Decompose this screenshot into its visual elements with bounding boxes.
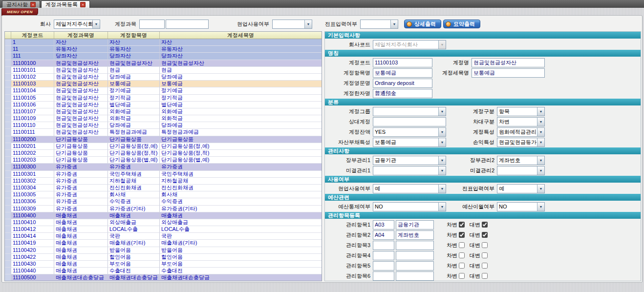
cell-account-name[interactable]: 단기금융상품 [54, 157, 108, 164]
cell-account-code[interactable]: 11100305 [11, 191, 54, 198]
row-gutter[interactable] [5, 60, 11, 67]
chevron-down-icon[interactable]: ▼ [537, 167, 544, 175]
cell-item-name[interactable]: 외화예금 [108, 108, 160, 115]
cell-item-name[interactable]: 당좌자산 [108, 53, 160, 60]
credit-checkbox[interactable] [482, 242, 488, 248]
english-name-input[interactable] [373, 79, 432, 88]
cell-account-code[interactable]: 11100440 [11, 268, 54, 274]
cell-account-code[interactable]: 11100300 [11, 164, 54, 170]
table-row[interactable]: 11100200 단기금융상품 단기금융상품 단기금융상품 [5, 136, 322, 143]
cell-detail-name[interactable]: 받을어음 [160, 247, 322, 254]
cell-item-name[interactable]: 받을어음 [108, 247, 160, 254]
cell-detail-name[interactable]: 현금 [160, 67, 322, 74]
cell-detail-name[interactable]: 할인어음 [160, 254, 322, 261]
table-row[interactable]: 11100104 현금및현금성자산 정기예금 정기예금 [5, 87, 322, 94]
table-row[interactable]: 11 유동자산 유동자산 유동자산 [5, 46, 322, 53]
cell-account-code[interactable]: 11100203 [11, 157, 54, 164]
cell-account-name[interactable]: 현금및현금성자산 [54, 67, 108, 74]
chevron-down-icon[interactable]: ▼ [438, 107, 446, 116]
cell-account-code[interactable]: 11100410 [11, 219, 54, 226]
cell-item-name[interactable]: 지하철공채 [108, 178, 160, 185]
cell-account-name[interactable]: 유가증권 [54, 164, 108, 170]
chevron-down-icon[interactable]: ▼ [438, 203, 446, 211]
row-gutter[interactable] [5, 261, 11, 268]
cell-account-code[interactable]: 11100202 [11, 150, 54, 157]
account-name-input[interactable] [472, 58, 545, 67]
cell-item-name[interactable]: 수익증권 [108, 198, 160, 205]
row-gutter[interactable] [5, 268, 11, 274]
cell-account-name[interactable]: 자산 [54, 39, 108, 46]
cell-detail-name[interactable]: LOCAL수출 [160, 226, 322, 233]
table-row[interactable]: 11100302 유가증권 지하철공채 지하철공채 [5, 178, 322, 185]
cell-detail-name[interactable]: 외상매출금 [160, 219, 322, 226]
cell-account-code[interactable]: 11100304 [11, 185, 54, 191]
row-gutter[interactable] [5, 122, 11, 129]
cell-detail-name[interactable]: 단기금융상품(정,적) [160, 150, 322, 157]
cell-account-code[interactable]: 11100422 [11, 254, 54, 261]
cell-item-name[interactable]: 유동자산 [108, 46, 160, 53]
cell-account-code[interactable]: 11100201 [11, 143, 54, 150]
table-row[interactable]: 11100410 매출채권 외상매출금 외상매출금 [5, 219, 322, 226]
cell-item-name[interactable]: LOCAL수출 [108, 226, 160, 233]
cell-item-name[interactable]: 정기예금 [108, 87, 160, 94]
cell-detail-name[interactable]: 지하철공채 [160, 178, 322, 185]
cell-account-code[interactable]: 11100101 [11, 67, 54, 74]
row-gutter[interactable] [5, 171, 11, 178]
table-row[interactable]: 11100306 유가증권 수익증권 수익증권 [5, 198, 322, 205]
cell-account-name[interactable]: 유동자산 [54, 46, 108, 53]
cell-item-name[interactable]: 유가증권(기타) [108, 206, 160, 212]
chevron-down-icon[interactable]: ▼ [438, 185, 446, 193]
cell-account-name[interactable]: 유가증권 [54, 178, 108, 185]
row-gutter[interactable] [5, 67, 11, 74]
cell-item-name[interactable]: 매출채권(기타) [108, 240, 160, 247]
detail-print-button[interactable]: 상세출력 [404, 20, 441, 28]
table-row[interactable]: 11100102 현금및현금성자산 당좌예금 당좌예금 [5, 74, 322, 81]
account-group-select[interactable]: ▼ [373, 107, 446, 116]
row-gutter[interactable] [5, 115, 11, 122]
row-gutter[interactable] [5, 274, 11, 281]
cell-detail-name[interactable]: 정기적금 [160, 95, 322, 102]
cell-detail-name[interactable]: 단기금융상품 [160, 136, 322, 143]
close-icon[interactable]: × [80, 2, 86, 7]
account-code-input[interactable] [373, 58, 432, 67]
table-row[interactable]: 111 당좌자산 당좌자산 당좌자산 [5, 53, 322, 60]
cell-detail-name[interactable]: 유가증권(기타) [160, 206, 322, 212]
cell-item-name[interactable]: 할인어음 [108, 254, 160, 261]
row-gutter[interactable] [5, 39, 11, 46]
cell-account-code[interactable]: 11100430 [11, 261, 54, 268]
cell-account-name[interactable]: 단기금융상품 [54, 150, 108, 157]
cell-account-name[interactable]: 매출채권 [54, 233, 108, 240]
credit-checkbox[interactable] [482, 273, 488, 279]
cell-detail-name[interactable]: 국민주택채권 [160, 171, 322, 178]
cell-account-code[interactable]: 11100500 [11, 274, 54, 281]
cell-account-code[interactable]: 11100107 [11, 108, 54, 115]
debit-checkbox[interactable] [459, 252, 465, 258]
table-row[interactable]: 11100201 단기금융상품 단기금융상품(정,예) 단기금융상품(정,예) [5, 143, 322, 150]
cell-item-name[interactable]: 수출대전 [108, 268, 160, 274]
row-gutter[interactable] [5, 150, 11, 157]
chevron-down-icon[interactable]: ▼ [438, 156, 446, 165]
cell-item-name[interactable]: 별단예금 [108, 102, 160, 108]
account-name-filter-input[interactable] [166, 20, 209, 29]
cell-account-name[interactable]: 단기금융상품 [54, 143, 108, 150]
cell-detail-name[interactable]: 국판 [160, 233, 322, 240]
cell-account-code[interactable]: 11100302 [11, 178, 54, 185]
table-row[interactable]: 11100304 유가증권 전신전화채권 전신전화채권 [5, 185, 322, 191]
cell-detail-name[interactable]: 전신전화채권 [160, 185, 322, 191]
cell-detail-name[interactable]: 유동자산 [160, 46, 322, 53]
mgmt-item-name-input[interactable] [396, 230, 434, 240]
chevron-down-icon[interactable]: ▼ [537, 118, 544, 126]
cell-account-name[interactable]: 매출채권대손충당금 [54, 274, 108, 281]
row-gutter[interactable] [5, 226, 11, 233]
cell-detail-name[interactable]: 당좌예금 [160, 122, 322, 129]
cell-item-name[interactable]: 매출채권대손충당금 [108, 274, 160, 281]
cell-item-name[interactable]: 정기적금 [108, 95, 160, 102]
debit-checkbox[interactable] [459, 242, 465, 248]
open-manage1-select[interactable]: ▼ [373, 166, 446, 175]
row-gutter[interactable] [5, 198, 11, 205]
cell-item-name[interactable]: 보통예금 [108, 81, 160, 87]
chevron-down-icon[interactable]: ▼ [537, 156, 544, 165]
tab-account-registration[interactable]: 계정과목등록 × [41, 0, 90, 8]
row-gutter[interactable] [5, 233, 11, 240]
cell-item-name[interactable]: 외화적금 [108, 115, 160, 122]
